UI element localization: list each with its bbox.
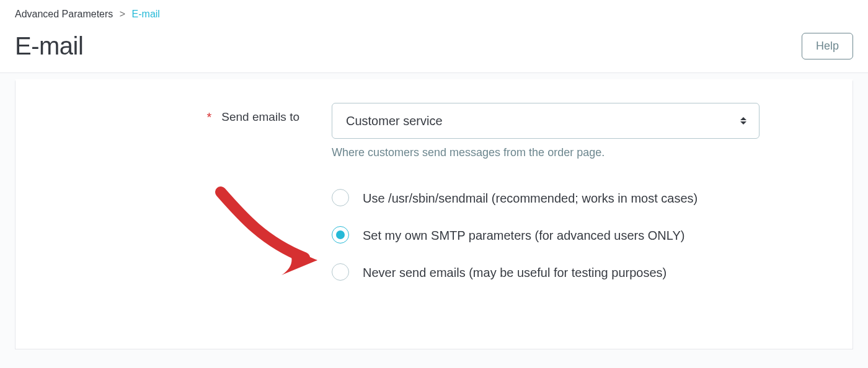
radio-smtp[interactable]: Set my own SMTP parameters (for advanced… — [332, 226, 766, 245]
breadcrumb-parent[interactable]: Advanced Parameters — [15, 9, 113, 19]
radio-never[interactable]: Never send emails (may be useful for tes… — [332, 263, 766, 282]
radio-label: Set my own SMTP parameters (for advanced… — [363, 226, 684, 245]
required-asterisk: * — [207, 111, 212, 123]
breadcrumb-separator: > — [120, 9, 125, 19]
mail-method-radio-group: Use /usr/sbin/sendmail (recommended; wor… — [332, 189, 766, 300]
content-canvas: * Send emails to Customer service Where … — [0, 73, 868, 368]
breadcrumb: Advanced Parameters > E-mail — [15, 9, 853, 20]
send-emails-label: Send emails to — [221, 110, 299, 124]
page-header: Advanced Parameters > E-mail E-mail Help — [0, 0, 868, 73]
radio-icon-selected — [332, 226, 349, 243]
help-button[interactable]: Help — [802, 33, 853, 59]
breadcrumb-current: E-mail — [132, 9, 160, 19]
form-panel: * Send emails to Customer service Where … — [15, 79, 853, 349]
radio-label: Never send emails (may be useful for tes… — [363, 263, 666, 282]
page-title: E-mail — [15, 32, 83, 60]
select-caret-icon — [740, 115, 748, 126]
label-column: * Send emails to — [40, 103, 332, 124]
mail-method-row: Use /usr/sbin/sendmail (recommended; wor… — [40, 189, 828, 300]
select-value: Customer service — [346, 114, 443, 128]
title-row: E-mail Help — [15, 32, 853, 60]
label-column-empty — [40, 189, 332, 196]
send-emails-hint: Where customers send messages from the o… — [332, 146, 760, 159]
send-emails-row: * Send emails to Customer service Where … — [40, 103, 828, 159]
radio-sendmail[interactable]: Use /usr/sbin/sendmail (recommended; wor… — [332, 189, 766, 208]
field-column: Customer service Where customers send me… — [332, 103, 760, 159]
send-emails-select[interactable]: Customer service — [332, 103, 760, 139]
radio-label: Use /usr/sbin/sendmail (recommended; wor… — [363, 189, 698, 208]
radio-icon — [332, 189, 349, 206]
radio-icon — [332, 263, 349, 281]
